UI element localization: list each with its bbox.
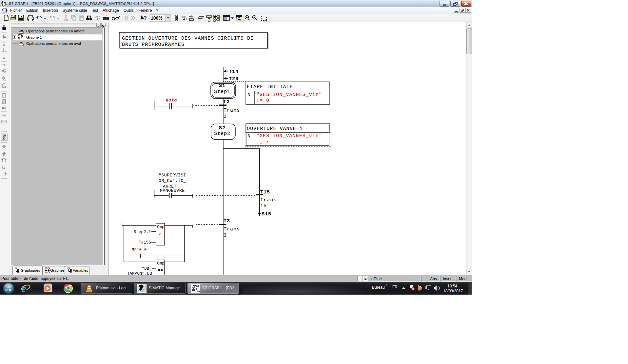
svg-text:15: 15 [260,203,267,209]
svg-text:Step2.T: Step2.T [134,230,151,234]
svg-text:Step1: Step1 [214,89,230,95]
svg-text:T: T [3,94,5,97]
svg-text:T3: T3 [224,218,230,224]
svg-text:BRUTS PREPROGRAMMES: BRUTS PREPROGRAMMES [122,42,185,47]
svg-text:3: 3 [224,233,227,238]
svg-text:Cmp: Cmp [157,261,165,266]
svg-text:>: > [159,232,162,236]
svg-text:"SUPERVISI: "SUPERVISI [159,173,186,178]
svg-text:Trans: Trans [260,197,277,203]
svg-text:ETAPE INITIALE: ETAPE INITIALE [247,84,293,90]
svg-text:Opérations permanentes en amon: Opérations permanentes en amont [26,29,85,33]
svg-text:Variables: Variables [73,268,88,272]
svg-text:T29: T29 [229,76,239,82]
svg-text:S..: S.. [5,50,8,52]
svg-text:T14: T14 [229,69,239,75]
svg-text:ON_CW".TC_: ON_CW".TC_ [159,178,186,183]
svg-text:Trans: Trans [224,108,240,113]
svg-text:e: e [22,283,26,294]
svg-text:Trans: Trans [224,227,240,232]
svg-text:S15: S15 [262,211,271,217]
svg-text:100%: 100% [151,15,163,21]
svg-text:T15: T15 [260,190,270,195]
svg-text:S1: S1 [219,83,226,89]
svg-text:TAMPON".DB: TAMPON".DB [127,271,152,275]
svg-text:"DB_: "DB_ [142,266,152,271]
svg-text:OUVERTURE VANNE 1: OUVERTURE VANNE 1 [247,126,303,132]
svg-text:Cmp: Cmp [157,225,165,229]
svg-text::= 0: := 0 [256,98,269,103]
svg-text:Step2: Step2 [214,131,230,136]
svg-text:N: N [247,133,251,139]
svg-text:Opérations permanentes en aval: Opérations permanentes en aval [26,42,81,46]
svg-text:MANOEUVRE: MANOEUVRE [160,188,185,193]
svg-text:"GESTION_VANNES_vin": "GESTION_VANNES_vin" [256,92,322,98]
svg-text:GESTION OUVERTURE DES VANNES C: GESTION OUVERTURE DES VANNES CIRCUITS DE [122,36,254,41]
svg-text:"GESTION_VANNES_vin": "GESTION_VANNES_vin" [256,133,322,139]
svg-text:Graphiques: Graphiques [21,268,40,272]
svg-text:T#15S: T#15S [139,240,151,245]
svg-text:2: 2 [224,114,227,119]
svg-text:U: U [3,101,5,104]
svg-text:S2: S2 [219,125,226,131]
svg-text:7: 7 [142,288,144,293]
svg-text:S1: S1 [196,284,199,287]
svg-text:auto: auto [166,98,177,103]
svg-text::= 1: := 1 [256,140,269,146]
svg-text:Graphes: Graphes [50,268,65,272]
svg-text:==: == [158,268,163,273]
svg-text:Graphe 1: Graphe 1 [26,35,42,39]
svg-text:T2: T2 [223,99,230,105]
svg-text:M910.0: M910.0 [132,248,147,252]
svg-text:N: N [247,92,251,98]
svg-text:?: ? [144,15,147,21]
svg-text:CALL: CALL [2,120,8,123]
